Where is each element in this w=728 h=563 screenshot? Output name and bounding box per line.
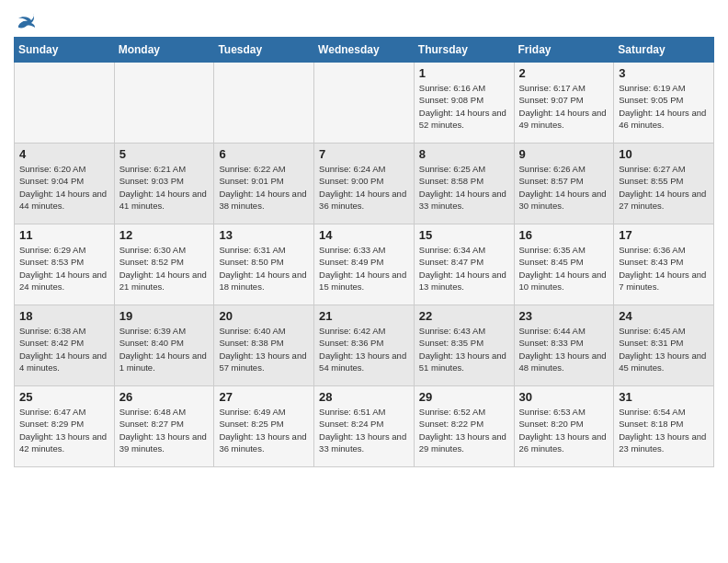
calendar-cell: 14Sunrise: 6:33 AMSunset: 8:49 PMDayligh… <box>314 224 415 305</box>
logo-bird-icon <box>17 13 35 29</box>
calendar-cell: 11Sunrise: 6:29 AMSunset: 8:53 PMDayligh… <box>15 224 115 305</box>
day-info: Sunrise: 6:20 AMSunset: 9:04 PMDaylight:… <box>19 163 109 212</box>
calendar-cell <box>15 63 115 144</box>
day-info: Sunrise: 6:40 AMSunset: 8:38 PMDaylight:… <box>219 325 309 373</box>
header-row: SundayMondayTuesdayWednesdayThursdayFrid… <box>15 38 714 63</box>
day-info: Sunrise: 6:26 AMSunset: 8:57 PMDaylight:… <box>519 163 609 212</box>
day-number: 9 <box>519 147 609 161</box>
page-header <box>14 9 714 29</box>
day-info: Sunrise: 6:19 AMSunset: 9:05 PMDaylight:… <box>619 82 709 131</box>
day-number: 28 <box>319 390 409 404</box>
day-info: Sunrise: 6:17 AMSunset: 9:07 PMDaylight:… <box>519 82 609 131</box>
day-info: Sunrise: 6:22 AMSunset: 9:01 PMDaylight:… <box>219 163 309 212</box>
day-info: Sunrise: 6:36 AMSunset: 8:43 PMDaylight:… <box>619 244 709 293</box>
calendar-cell: 7Sunrise: 6:24 AMSunset: 9:00 PMDaylight… <box>314 144 415 224</box>
calendar-cell: 19Sunrise: 6:39 AMSunset: 8:40 PMDayligh… <box>114 305 214 386</box>
day-info: Sunrise: 6:31 AMSunset: 8:50 PMDaylight:… <box>219 244 309 293</box>
day-info: Sunrise: 6:21 AMSunset: 9:03 PMDaylight:… <box>119 163 210 212</box>
day-number: 20 <box>219 309 309 323</box>
day-number: 3 <box>619 66 709 80</box>
day-number: 27 <box>219 390 309 404</box>
day-number: 29 <box>419 390 509 404</box>
day-number: 12 <box>119 228 210 242</box>
calendar-cell: 5Sunrise: 6:21 AMSunset: 9:03 PMDaylight… <box>114 144 214 224</box>
day-number: 11 <box>19 228 109 242</box>
day-number: 1 <box>419 66 509 80</box>
day-info: Sunrise: 6:33 AMSunset: 8:49 PMDaylight:… <box>319 244 409 293</box>
calendar-cell: 6Sunrise: 6:22 AMSunset: 9:01 PMDaylight… <box>214 144 314 224</box>
day-of-week-header: Friday <box>514 38 614 63</box>
day-number: 25 <box>19 390 109 404</box>
calendar-cell: 26Sunrise: 6:48 AMSunset: 8:27 PMDayligh… <box>114 386 214 467</box>
day-info: Sunrise: 6:51 AMSunset: 8:24 PMDaylight:… <box>319 406 409 454</box>
day-number: 26 <box>119 390 210 404</box>
calendar-cell: 22Sunrise: 6:43 AMSunset: 8:35 PMDayligh… <box>414 305 514 386</box>
calendar-cell: 25Sunrise: 6:47 AMSunset: 8:29 PMDayligh… <box>15 386 115 467</box>
day-number: 10 <box>619 147 709 161</box>
day-number: 19 <box>119 309 210 323</box>
day-of-week-header: Sunday <box>15 38 115 63</box>
day-info: Sunrise: 6:29 AMSunset: 8:53 PMDaylight:… <box>19 244 109 293</box>
day-number: 2 <box>519 66 609 80</box>
day-info: Sunrise: 6:43 AMSunset: 8:35 PMDaylight:… <box>419 325 509 373</box>
calendar-cell: 30Sunrise: 6:53 AMSunset: 8:20 PMDayligh… <box>514 386 614 467</box>
day-of-week-header: Saturday <box>614 38 714 63</box>
calendar-cell: 13Sunrise: 6:31 AMSunset: 8:50 PMDayligh… <box>214 224 314 305</box>
calendar-cell: 21Sunrise: 6:42 AMSunset: 8:36 PMDayligh… <box>314 305 415 386</box>
day-info: Sunrise: 6:42 AMSunset: 8:36 PMDaylight:… <box>319 325 409 373</box>
calendar-cell: 3Sunrise: 6:19 AMSunset: 9:05 PMDaylight… <box>614 63 714 144</box>
day-info: Sunrise: 6:38 AMSunset: 8:42 PMDaylight:… <box>19 325 109 373</box>
day-info: Sunrise: 6:25 AMSunset: 8:58 PMDaylight:… <box>419 163 509 212</box>
day-info: Sunrise: 6:34 AMSunset: 8:47 PMDaylight:… <box>419 244 509 293</box>
calendar-cell: 28Sunrise: 6:51 AMSunset: 8:24 PMDayligh… <box>314 386 415 467</box>
day-number: 5 <box>119 147 210 161</box>
day-number: 16 <box>519 228 609 242</box>
day-info: Sunrise: 6:27 AMSunset: 8:55 PMDaylight:… <box>619 163 709 212</box>
day-number: 24 <box>619 309 709 323</box>
day-number: 18 <box>19 309 109 323</box>
calendar-cell: 12Sunrise: 6:30 AMSunset: 8:52 PMDayligh… <box>114 224 214 305</box>
calendar-cell: 1Sunrise: 6:16 AMSunset: 9:08 PMDaylight… <box>414 63 514 144</box>
calendar-cell: 24Sunrise: 6:45 AMSunset: 8:31 PMDayligh… <box>614 305 714 386</box>
day-info: Sunrise: 6:24 AMSunset: 9:00 PMDaylight:… <box>319 163 409 212</box>
day-info: Sunrise: 6:44 AMSunset: 8:33 PMDaylight:… <box>519 325 609 373</box>
day-number: 22 <box>419 309 509 323</box>
day-number: 30 <box>519 390 609 404</box>
day-info: Sunrise: 6:16 AMSunset: 9:08 PMDaylight:… <box>419 82 509 131</box>
day-info: Sunrise: 6:54 AMSunset: 8:18 PMDaylight:… <box>619 406 709 454</box>
day-info: Sunrise: 6:39 AMSunset: 8:40 PMDaylight:… <box>119 325 210 373</box>
day-of-week-header: Wednesday <box>314 38 415 63</box>
calendar-cell: 23Sunrise: 6:44 AMSunset: 8:33 PMDayligh… <box>514 305 614 386</box>
logo <box>14 13 35 29</box>
calendar-cell <box>114 63 214 144</box>
calendar-cell: 15Sunrise: 6:34 AMSunset: 8:47 PMDayligh… <box>414 224 514 305</box>
calendar-cell: 18Sunrise: 6:38 AMSunset: 8:42 PMDayligh… <box>15 305 115 386</box>
calendar-week-row: 4Sunrise: 6:20 AMSunset: 9:04 PMDaylight… <box>15 144 714 224</box>
day-number: 4 <box>19 147 109 161</box>
calendar-cell: 4Sunrise: 6:20 AMSunset: 9:04 PMDaylight… <box>15 144 115 224</box>
day-info: Sunrise: 6:52 AMSunset: 8:22 PMDaylight:… <box>419 406 509 454</box>
calendar-cell <box>314 63 415 144</box>
calendar-cell: 29Sunrise: 6:52 AMSunset: 8:22 PMDayligh… <box>414 386 514 467</box>
calendar-week-row: 1Sunrise: 6:16 AMSunset: 9:08 PMDaylight… <box>15 63 714 144</box>
calendar-cell: 17Sunrise: 6:36 AMSunset: 8:43 PMDayligh… <box>614 224 714 305</box>
day-number: 31 <box>619 390 709 404</box>
day-number: 21 <box>319 309 409 323</box>
day-number: 8 <box>419 147 509 161</box>
day-number: 14 <box>319 228 409 242</box>
day-number: 15 <box>419 228 509 242</box>
calendar-cell: 31Sunrise: 6:54 AMSunset: 8:18 PMDayligh… <box>614 386 714 467</box>
day-info: Sunrise: 6:47 AMSunset: 8:29 PMDaylight:… <box>19 406 109 454</box>
day-of-week-header: Thursday <box>414 38 514 63</box>
calendar-week-row: 25Sunrise: 6:47 AMSunset: 8:29 PMDayligh… <box>15 386 714 467</box>
day-number: 23 <box>519 309 609 323</box>
day-info: Sunrise: 6:48 AMSunset: 8:27 PMDaylight:… <box>119 406 210 454</box>
calendar-cell: 10Sunrise: 6:27 AMSunset: 8:55 PMDayligh… <box>614 144 714 224</box>
day-number: 13 <box>219 228 309 242</box>
day-info: Sunrise: 6:35 AMSunset: 8:45 PMDaylight:… <box>519 244 609 293</box>
calendar-cell: 16Sunrise: 6:35 AMSunset: 8:45 PMDayligh… <box>514 224 614 305</box>
day-of-week-header: Tuesday <box>214 38 314 63</box>
day-info: Sunrise: 6:53 AMSunset: 8:20 PMDaylight:… <box>519 406 609 454</box>
calendar-cell: 2Sunrise: 6:17 AMSunset: 9:07 PMDaylight… <box>514 63 614 144</box>
day-number: 7 <box>319 147 409 161</box>
